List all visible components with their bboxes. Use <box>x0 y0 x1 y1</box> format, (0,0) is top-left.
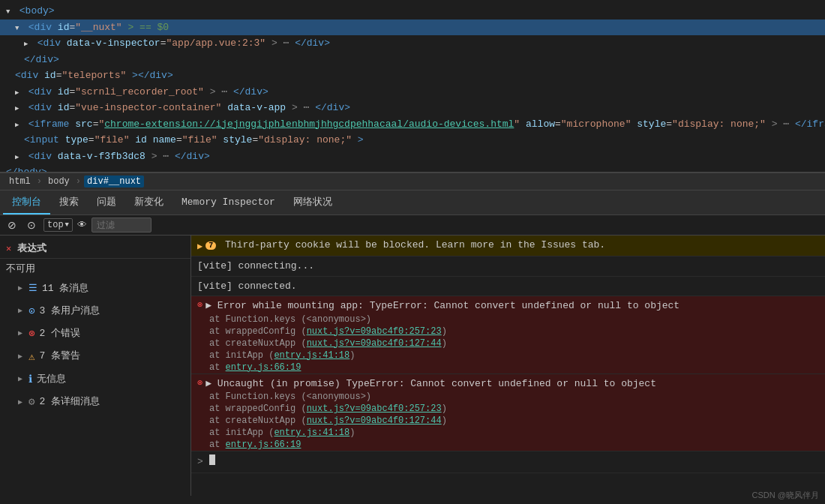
stack-link[interactable]: entry.js:41:18 <box>274 350 350 361</box>
iframe-src-link[interactable]: chrome-extension://ijejnggijphlenbhmjhhg… <box>104 118 514 130</box>
stack-link[interactable]: nuxt.js?v=09abc4f0:127:44 <box>307 338 442 349</box>
html-line: </body> <box>0 164 825 172</box>
stack-link[interactable]: entry.js:41:18 <box>274 428 350 438</box>
html-line: <div id="teleports" ></div> <box>0 68 825 84</box>
clear-console-button[interactable]: ⊘ <box>4 218 20 232</box>
breadcrumb-div-nuxt[interactable]: div#__nuxt <box>84 176 144 188</box>
msg-group-info[interactable]: ▶ ℹ 无信息 <box>0 368 190 391</box>
html-line: <body> <box>0 3 825 20</box>
stack-line: at wrappedConfig (nuxt.js?v=09abc4f0:257… <box>191 403 825 415</box>
warn-badge: 7 <box>206 242 216 250</box>
stack-line: at initApp (entry.js:41:18) <box>191 427 825 439</box>
html-line: <div data-v-inspector="app/app.vue:2:3" … <box>0 35 825 52</box>
cursor <box>209 454 215 465</box>
eye-icon[interactable]: 👁 <box>77 220 87 231</box>
console-output: ▶ 7 Third-party cookie will be blocked. … <box>191 236 825 496</box>
html-tag: <div <box>15 70 38 81</box>
log-entry-error-2-title: ⊗ ▶ Uncaught (in promise) TypeError: Can… <box>191 374 825 392</box>
warn-icon: ▶ <box>197 240 202 254</box>
html-line: <input type="file" id name="file" style=… <box>0 132 825 148</box>
stack-link[interactable]: nuxt.js?v=09abc4f0:257:23 <box>307 326 442 337</box>
warn-icon: ⚠ <box>28 349 34 365</box>
error-circle-icon: ⊗ <box>197 376 202 390</box>
log-entry-warn-cookie: ▶ 7 Third-party cookie will be blocked. … <box>191 236 825 256</box>
html-line: <div data-v-f3fb3dc8 > ⋯ </div> <box>0 148 825 165</box>
breadcrumb: html › body › div#__nuxt <box>0 172 825 190</box>
html-tag: <div <box>38 38 61 49</box>
expand-arrow: ▶ <box>18 283 22 295</box>
expand-arrow[interactable] <box>15 117 22 132</box>
chevron-down-icon: ▼ <box>65 221 69 229</box>
close-expression-button[interactable]: ✕ <box>6 243 11 254</box>
stack-line: at Function.keys (<anonymous>) <box>191 391 825 403</box>
context-label: top <box>47 220 64 230</box>
stack-line: at createNuxtApp (nuxt.js?v=09abc4f0:127… <box>191 415 825 427</box>
tab-changes[interactable]: 新变化 <box>125 190 172 214</box>
breadcrumb-body[interactable]: body <box>45 176 73 188</box>
console-body: ✕ 表达式 不可用 ▶ ☰ 11 条消息 ▶ ⊙ 3 条用户消息 ▶ ⊗ 2 个… <box>0 236 825 496</box>
stack-line: at entry.js:66:19 <box>191 362 825 374</box>
expand-arrow: ▶ <box>18 351 22 363</box>
log-text: 7 Third-party cookie will be blocked. Le… <box>206 238 819 253</box>
msg-group-user[interactable]: ▶ ⊙ 3 条用户消息 <box>0 300 190 322</box>
msg-label: 11 条消息 <box>42 281 88 297</box>
html-line-iframe: <iframe src="chrome-extension://ijejnggi… <box>0 116 825 133</box>
html-line-nuxt: <div id="__nuxt" > == $0 <box>0 20 825 36</box>
log-entry-error-2: ⊗ ▶ Uncaught (in promise) TypeError: Can… <box>191 374 825 452</box>
console-prompt[interactable]: > <box>191 452 825 473</box>
tab-memory-inspector[interactable]: Memory Inspector <box>172 192 284 214</box>
log-text: ▶ Error while mounting app: TypeError: C… <box>206 298 819 314</box>
tab-issues[interactable]: 问题 <box>88 190 125 214</box>
expand-arrow: ▶ <box>18 374 22 386</box>
console-toolbar: ⊘ ⊙ top ▼ 👁 <box>0 215 825 236</box>
error-icon: ⊗ <box>28 326 34 342</box>
console-log-area: ▶ 7 Third-party cookie will be blocked. … <box>191 236 825 473</box>
stack-line: at entry.js:66:19 <box>191 439 825 451</box>
stack-link[interactable]: entry.js:66:19 <box>226 362 302 373</box>
msg-group-errors[interactable]: ▶ ⊗ 2 个错误 <box>0 322 190 345</box>
html-tag: </div> <box>24 54 59 65</box>
breadcrumb-html[interactable]: html <box>6 176 34 188</box>
stack-line: at wrappedConfig (nuxt.js?v=09abc4f0:257… <box>191 326 825 338</box>
expand-arrow[interactable] <box>15 100 22 116</box>
msg-group-warnings[interactable]: ▶ ⚠ 7 条警告 <box>0 346 190 368</box>
html-attr: data-v-inspector <box>67 38 160 49</box>
filter-input[interactable] <box>92 218 152 232</box>
expand-arrow[interactable] <box>15 85 22 100</box>
stack-link[interactable]: entry.js:66:19 <box>226 440 302 450</box>
msg-label: 3 条用户消息 <box>39 304 100 320</box>
html-panel: <body> <div id="__nuxt" > == $0 <div dat… <box>0 0 825 172</box>
devtools-tabs: 控制台 搜索 问题 新变化 Memory Inspector 网络状况 <box>0 190 825 215</box>
stack-link[interactable]: nuxt.js?v=09abc4f0:257:23 <box>307 404 442 414</box>
expand-arrow[interactable] <box>24 36 32 51</box>
log-text: [vite] connected. <box>197 279 819 294</box>
msg-group-verbose[interactable]: ▶ ⚙ 2 条详细消息 <box>0 391 190 413</box>
html-line: </div> <box>0 52 825 68</box>
user-icon: ⊙ <box>28 303 34 320</box>
html-line: <div id="scrnli_recorder_root" > ⋯ </div… <box>0 84 825 100</box>
expand-arrow[interactable] <box>15 149 22 164</box>
filter-toggle-button[interactable]: ⊙ <box>24 218 39 232</box>
msg-label: 7 条警告 <box>39 349 80 364</box>
log-entry-error-1: ⊗ ▶ Error while mounting app: TypeError:… <box>191 296 825 374</box>
prompt-caret: > <box>197 454 203 470</box>
expression-title: 表达式 <box>17 242 46 255</box>
expand-arrow: ▶ <box>18 305 22 317</box>
context-dropdown[interactable]: top ▼ <box>44 218 73 232</box>
console-messages-sidebar: ✕ 表达式 不可用 ▶ ☰ 11 条消息 ▶ ⊙ 3 条用户消息 ▶ ⊗ 2 个… <box>0 236 191 496</box>
log-entry-vite-connecting: [vite] connecting... <box>191 256 825 277</box>
tab-search[interactable]: 搜索 <box>50 190 88 214</box>
expand-arrow[interactable] <box>15 20 22 35</box>
msg-group-all[interactable]: ▶ ☰ 11 条消息 <box>0 278 190 300</box>
tab-console[interactable]: 控制台 <box>3 190 50 214</box>
expression-unavailable: 不可用 <box>0 259 190 278</box>
tab-network[interactable]: 网络状况 <box>284 190 341 214</box>
stack-link[interactable]: nuxt.js?v=09abc4f0:127:44 <box>307 416 442 426</box>
expand-arrow: ▶ <box>18 397 22 409</box>
log-entry-vite-connected: [vite] connected. <box>191 277 825 297</box>
html-comment: > == $0 <box>128 22 170 33</box>
msg-label: 无信息 <box>37 372 66 388</box>
expand-arrow[interactable] <box>6 4 14 19</box>
log-text: [vite] connecting... <box>197 259 819 274</box>
verbose-icon: ⚙ <box>28 394 34 410</box>
